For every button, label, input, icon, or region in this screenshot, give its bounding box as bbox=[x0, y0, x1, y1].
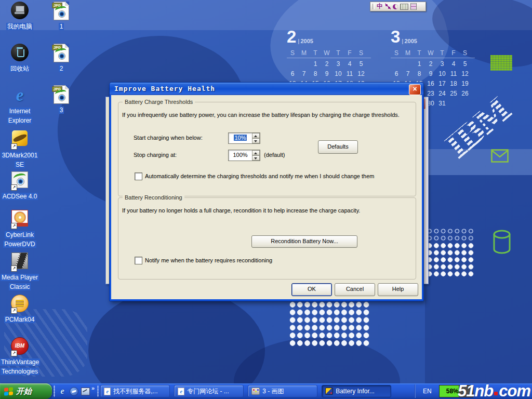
desktop-icon-label-text: 我的电脑 bbox=[6, 23, 33, 30]
spin-down-button[interactable] bbox=[252, 138, 260, 143]
ime-fullwidth-icon[interactable] bbox=[393, 4, 398, 9]
desktop-icon-media-player-classic[interactable]: ↗Media Player Classic bbox=[0, 251, 39, 291]
ime-tone-icon[interactable] bbox=[385, 4, 391, 9]
dialog-title: Improve Battery Health bbox=[110, 83, 423, 92]
shortcut-arrow-icon: ↗ bbox=[11, 265, 17, 272]
calendar-date: 1 bbox=[310, 60, 321, 68]
calendar-date: 2 bbox=[425, 60, 436, 68]
taskbar-task-3[interactable]: 3 - 画图 bbox=[248, 385, 317, 397]
desktop-icon-label: 2 bbox=[50, 63, 73, 73]
wallpaper-shape bbox=[425, 175, 532, 383]
desktop-icon-pcmark04[interactable]: ↗PCMark04 bbox=[0, 294, 39, 324]
ime-keyboard-icon[interactable] bbox=[400, 4, 408, 10]
notify-reconditioning-checkbox[interactable] bbox=[135, 257, 142, 264]
dialog-titlebar[interactable]: Improve Battery Health × bbox=[110, 83, 423, 95]
spin-up-button[interactable] bbox=[252, 133, 260, 138]
taskbar-task-label: 3 - 画图 bbox=[262, 387, 284, 396]
desktop-icon-jpg-3[interactable]: JPG3 bbox=[50, 85, 73, 114]
desktop-icon-internet-explorer[interactable]: eInternet Explorer bbox=[0, 86, 39, 125]
calendar-date: 6 bbox=[287, 70, 298, 77]
wallpaper-cylinder-icon bbox=[492, 230, 512, 257]
stop-charging-spinbox[interactable]: 100% bbox=[228, 150, 260, 161]
spin-up-button[interactable] bbox=[252, 150, 260, 155]
desktop-icon-label: Internet Explorer bbox=[0, 106, 39, 125]
calendar-day-header: T bbox=[310, 49, 321, 57]
desktop-icon-label-text: ACDSee 4.0 bbox=[2, 193, 38, 200]
jpg-file-icon: JPG bbox=[52, 44, 71, 62]
desktop-icon-label-text: 1 bbox=[59, 23, 64, 30]
ie-page-icon: e bbox=[104, 388, 111, 395]
calendar-date: 25 bbox=[448, 90, 459, 97]
desktop-icon-my-computer[interactable]: 我的电脑 bbox=[0, 2, 39, 31]
start-charging-spinbox[interactable]: 10% bbox=[228, 132, 260, 144]
battery-percent-label: 58% bbox=[440, 385, 459, 397]
desktop-icon-thinkvantage-technologies[interactable]: IBM↗ThinkVantage Technologies bbox=[0, 337, 39, 376]
ime-chinese-icon[interactable]: 中 bbox=[377, 3, 383, 10]
calendar-day-header: S bbox=[459, 49, 471, 57]
shortcut-arrow-icon: ↗ bbox=[11, 350, 17, 356]
desktop-icon-cyberlink-powerdvd[interactable]: ↗CyberLink PowerDVD bbox=[0, 209, 39, 248]
calendar-week-row: 12345 bbox=[287, 59, 371, 68]
shortcut-arrow-icon: ↗ bbox=[11, 184, 17, 191]
calendar-day-header: W bbox=[425, 49, 436, 57]
start-charging-value[interactable]: 10% bbox=[229, 134, 252, 143]
taskbar-task-2[interactable]: e专门网论坛 - ... bbox=[174, 385, 244, 397]
wallpaper-dots-rings bbox=[426, 228, 474, 242]
desktop-icon-jpg-2[interactable]: JPG2 bbox=[50, 44, 73, 73]
calendar-date: 31 bbox=[436, 100, 448, 107]
calendar-day-headers: SMTWTFS bbox=[287, 48, 371, 58]
calendar-date: 4 bbox=[448, 60, 459, 68]
group-description: If you infrequently use battery power, y… bbox=[122, 112, 411, 118]
auto-threshold-checkbox[interactable] bbox=[135, 172, 142, 180]
ime-menu-icon[interactable] bbox=[410, 3, 417, 10]
start-button[interactable]: 开始 bbox=[0, 383, 52, 399]
calendar-year: 2005 bbox=[298, 38, 313, 44]
language-indicator[interactable]: EN bbox=[423, 388, 432, 395]
wallpaper-dots-solid bbox=[426, 242, 474, 277]
quick-launch-ie-icon[interactable]: e bbox=[57, 384, 68, 398]
calendar-month-number: 2 bbox=[287, 28, 296, 45]
calendar-date: 16 bbox=[425, 80, 436, 87]
cancel-button[interactable]: Cancel bbox=[335, 283, 375, 296]
calendar-date: 6 bbox=[391, 70, 402, 77]
quick-launch-show-desktop-icon[interactable] bbox=[79, 384, 91, 398]
calendar-date: 9 bbox=[321, 70, 332, 77]
media-player-classic-icon: ↗ bbox=[10, 252, 29, 271]
calendar-day-header: T bbox=[436, 49, 448, 57]
desktop-icon-label: 我的电脑 bbox=[0, 21, 39, 31]
ime-language-bar[interactable]: 中 bbox=[370, 2, 426, 11]
calendar-date: 1 bbox=[414, 60, 425, 68]
quick-launch-overflow-chevron[interactable]: » bbox=[91, 385, 95, 391]
stop-charging-value[interactable]: 100% bbox=[229, 151, 252, 160]
wallpaper-grid-icon bbox=[490, 55, 512, 71]
thinkvantage-technologies-icon: IBM↗ bbox=[10, 337, 29, 356]
wallpaper-envelope-icon bbox=[491, 149, 509, 165]
quick-launch-app-icon[interactable] bbox=[68, 384, 79, 398]
ok-button[interactable]: OK bbox=[291, 283, 332, 296]
cyberlink-powerdvd-icon: ↗ bbox=[10, 210, 29, 229]
desktop-icon-label: 回收站 bbox=[0, 63, 39, 73]
close-button[interactable]: × bbox=[409, 84, 421, 95]
spin-down-button[interactable] bbox=[252, 155, 260, 161]
calendar-day-header: F bbox=[448, 49, 459, 57]
desktop-icon-jpg-1[interactable]: JPG1 bbox=[50, 2, 73, 31]
desktop-icon-label: 1 bbox=[50, 21, 73, 31]
recondition-battery-now-button[interactable]: Recondition Battery Now... bbox=[251, 235, 357, 248]
desktop-icon-label-text: Media Player Classic bbox=[1, 274, 39, 290]
desktop-icon-acdsee-4-0[interactable]: ↗ACDSee 4.0 bbox=[0, 170, 39, 201]
desktop-icon-recycle-bin[interactable]: 回收站 bbox=[0, 44, 39, 73]
calendar-date: 3 bbox=[436, 60, 448, 68]
help-button[interactable]: Help bbox=[378, 283, 418, 296]
stop-charging-label: Stop charging at: bbox=[134, 150, 177, 160]
51nb-watermark: 51nbcom bbox=[458, 383, 530, 399]
calendar-date: 12 bbox=[355, 70, 367, 77]
defaults-button[interactable]: Defaults bbox=[318, 140, 358, 154]
acdsee-4-0-icon: ↗ bbox=[10, 171, 29, 190]
desktop-icon-3dmark2001-se[interactable]: ↗3DMark2001 SE bbox=[0, 129, 39, 169]
calendar-date: 5 bbox=[459, 60, 471, 68]
taskbar-task-1[interactable]: e找不到服务器,... bbox=[100, 385, 170, 397]
ime-grip-handle[interactable] bbox=[373, 4, 375, 9]
taskbar-separator bbox=[54, 385, 55, 397]
recycle-bin-icon bbox=[10, 44, 29, 62]
taskbar-task-4[interactable]: Battery Infor... bbox=[322, 385, 391, 397]
